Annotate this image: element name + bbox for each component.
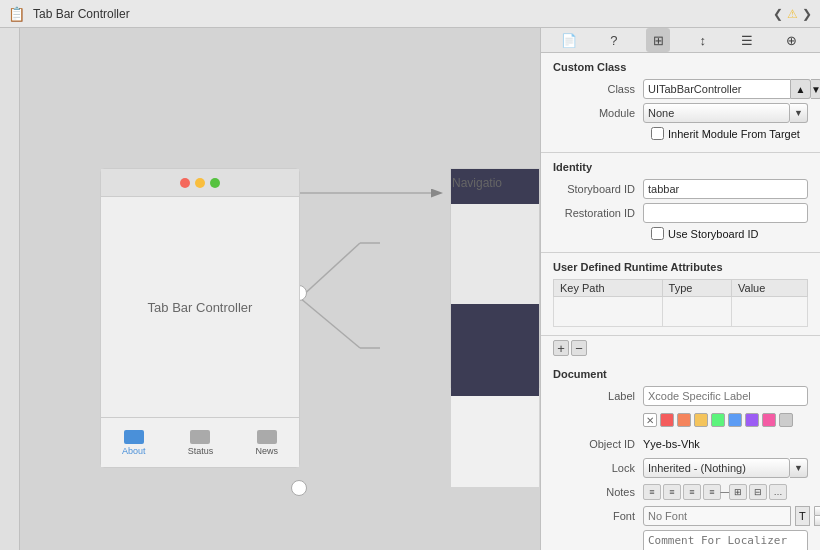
class-btn-up[interactable]: ▲ [791,79,811,99]
custom-class-section: Custom Class Class ▲ ▼ Module None ▼ [541,53,820,153]
restoration-id-row: Restoration ID [553,203,808,223]
module-select-wrap: None ▼ [643,103,808,123]
module-select-arrow[interactable]: ▼ [790,103,808,123]
font-type-icon: T [795,506,810,526]
notes-align-right[interactable]: ≡ [683,484,701,500]
object-id-row: Object ID Yye-bs-Vhk [553,434,808,454]
class-input[interactable] [643,79,791,99]
min-dot [195,178,205,188]
panel-btn-connections[interactable]: ☰ [735,28,759,52]
table-row-empty [554,297,808,327]
tab-about-label: About [122,446,146,456]
tab-about-icon [124,430,144,444]
nav-content [451,304,539,487]
panel-btn-file[interactable]: 📄 [557,28,581,52]
warning-icon: ⚠ [787,7,798,21]
font-row: Font T ▲ ▼ [553,506,808,526]
storyboard-id-label: Storyboard ID [553,183,643,195]
main-layout: Tab Bar Controller About Status News [0,28,820,550]
remove-attr-button[interactable]: − [571,340,587,356]
user-defined-section: User Defined Runtime Attributes Key Path… [541,253,820,336]
nav-controller-widget [450,168,540,388]
storyboard-id-input[interactable] [643,179,808,199]
tab-news[interactable]: News [255,430,278,456]
inherit-module-label: Inherit Module From Target [668,128,800,140]
tbc-title-bar [101,169,299,197]
font-btn-group: ▲ ▼ [814,506,820,526]
font-btn-down[interactable]: ▼ [814,516,820,526]
col-value: Value [732,280,808,297]
color-swatch-6[interactable] [745,413,759,427]
custom-class-title: Custom Class [553,61,808,73]
color-swatch-3[interactable] [694,413,708,427]
color-swatch-4[interactable] [711,413,725,427]
notes-list-1[interactable]: ⊞ [729,484,747,500]
color-swatch-2[interactable] [677,413,691,427]
tbc-tab-bar: About Status News [101,417,299,467]
lock-select-arrow[interactable]: ▼ [790,458,808,478]
col-key-path: Key Path [554,280,663,297]
font-input[interactable] [643,506,791,526]
tab-status-icon [190,430,210,444]
identity-title: Identity [553,161,808,173]
notes-list-2[interactable]: ⊟ [749,484,767,500]
color-swatch-1[interactable] [660,413,674,427]
tab-bar-controller-widget: Tab Bar Controller About Status News [100,168,300,468]
font-area: T ▲ ▼ [643,506,820,526]
lock-select[interactable]: Inherited - (Nothing) [643,458,790,478]
nav-arrows[interactable]: ❮ ⚠ ❯ [773,7,812,21]
color-swatches-row: ✕ [553,410,808,430]
lock-select-wrap: Inherited - (Nothing) ▼ [643,458,808,478]
color-swatch-8[interactable] [779,413,793,427]
canvas-area[interactable]: Tab Bar Controller About Status News [20,28,540,550]
module-label: Module [553,107,643,119]
svg-line-1 [300,298,360,348]
tab-news-icon [257,430,277,444]
add-attr-button[interactable]: + [553,340,569,356]
notes-align-left[interactable]: ≡ [643,484,661,500]
module-select[interactable]: None [643,103,790,123]
tab-status-label: Status [188,446,214,456]
notes-more[interactable]: … [769,484,787,500]
notes-label: Notes [553,486,643,498]
notes-row: Notes ≡ ≡ ≡ ≡ — ⊞ ⊟ … [553,482,808,502]
window-title: Tab Bar Controller [33,7,130,21]
panel-btn-size[interactable]: ↕ [691,28,715,52]
arrow-right[interactable]: ❯ [802,7,812,21]
restoration-id-label: Restoration ID [553,207,643,219]
tbc-label: Tab Bar Controller [148,300,253,315]
arrow-left[interactable]: ❮ [773,7,783,21]
document-section: Document Label ✕ [541,360,820,550]
class-label: Class [553,83,643,95]
lock-label: Lock [553,462,643,474]
notes-align-center[interactable]: ≡ [663,484,681,500]
tab-status[interactable]: Status [188,430,214,456]
class-row: Class ▲ ▼ [553,79,808,99]
color-clear[interactable]: ✕ [643,413,657,427]
inherit-module-checkbox[interactable] [651,127,664,140]
max-dot [210,178,220,188]
class-btn-down[interactable]: ▼ [811,79,820,99]
panel-btn-identity[interactable]: ⊞ [646,28,670,52]
comment-textarea[interactable] [643,530,808,550]
notes-align-justify[interactable]: ≡ [703,484,721,500]
color-swatch-7[interactable] [762,413,776,427]
class-control-wrap: ▲ [643,79,811,99]
notes-toolbar: ≡ ≡ ≡ ≡ — ⊞ ⊟ … [643,484,808,500]
panel-btn-add[interactable]: ⊕ [780,28,804,52]
title-bar: 📋 Tab Bar Controller ❮ ⚠ ❯ [0,0,820,28]
color-swatches: ✕ [643,413,808,427]
tab-about[interactable]: About [122,430,146,456]
label-input[interactable] [643,386,808,406]
close-dot [180,178,190,188]
restoration-id-input[interactable] [643,203,808,223]
notes-separator: — [723,484,727,500]
panel-btn-help[interactable]: ? [602,28,626,52]
use-storyboard-checkbox[interactable] [651,227,664,240]
tbc-content: Tab Bar Controller [101,197,299,417]
font-btn-up[interactable]: ▲ [814,506,820,516]
color-swatch-5[interactable] [728,413,742,427]
storyboard-id-row: Storyboard ID [553,179,808,199]
tab-news-label: News [255,446,278,456]
object-id-value: Yye-bs-Vhk [643,438,700,450]
